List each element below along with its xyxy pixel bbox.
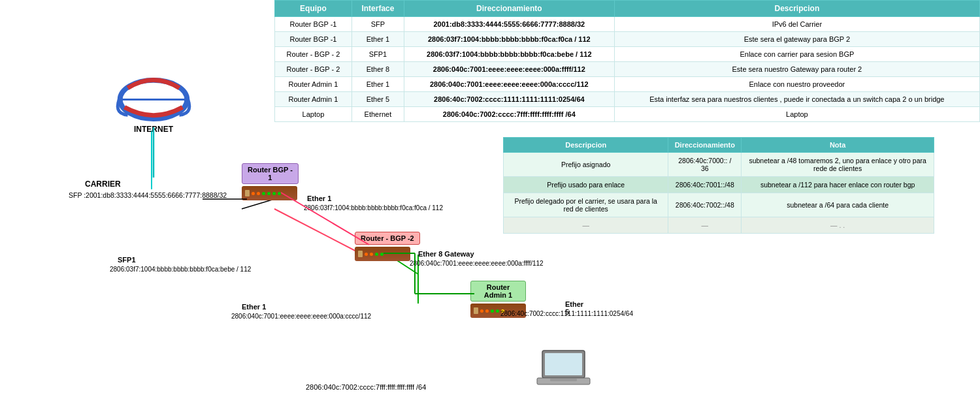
svg-line-1 xyxy=(242,199,274,209)
internet-cloud: INTERNET xyxy=(111,75,196,134)
second-table-row: Prefijo delegado por el carrier, se usar… xyxy=(504,193,934,217)
svg-rect-9 xyxy=(545,353,582,375)
second-table-row: Prefijo usado para enlace2806:40c:7001::… xyxy=(504,177,934,193)
second-cell-descripcion: Prefijo usado para enlace xyxy=(504,177,668,193)
ether1-admin-label: Ether 1 xyxy=(242,303,266,311)
router-bgp2: Router - BGP -2 xyxy=(355,232,420,261)
second-cell-direccionamiento: — xyxy=(668,217,742,234)
diagram-connections xyxy=(0,0,497,406)
second-cell-descripcion: — xyxy=(504,217,668,234)
second-cell-direccionamiento: 2806:40c:7002::/48 xyxy=(668,193,742,217)
cell-descripcion: Este sera nuestro Gateway para router 2 xyxy=(614,62,979,77)
second-table: Descripcion Direccionamiento Nota Prefij… xyxy=(503,137,934,234)
second-cell-direccionamiento: 2806:40c:7001::/48 xyxy=(668,177,742,193)
cell-descripcion: Enlace con carrier para sesion BGP xyxy=(614,47,979,62)
ether8-label: Ether 8 Gateway xyxy=(418,250,474,258)
ether1-bgp1-header: Ether 1 xyxy=(307,195,331,202)
internet-label: INTERNET xyxy=(134,125,173,134)
svg-rect-11 xyxy=(550,379,577,381)
svg-line-2 xyxy=(274,209,363,255)
sfp1-addr: 2806:03f7:1004:bbbb:bbbb:bbbb:f0ca:bebe … xyxy=(110,266,251,273)
laptop-addr: 2806:040c:7002:cccc:7fff:ffff:ffff:ffff … xyxy=(306,383,426,391)
ether1-bgp1-addr: 2806:03f7:1004:bbbb:bbbb:bbbb:f0ca:f0ca … xyxy=(304,204,443,211)
cell-descripcion: Laptop xyxy=(614,107,979,122)
second-cell-direccionamiento: 2806:40c:7000:: / 36 xyxy=(668,153,742,177)
col-header-descripcion: Descripcion xyxy=(614,1,979,17)
second-cell-nota: subnetear a /48 tomaremos 2, uno para en… xyxy=(742,153,934,177)
router-admin1-label: Router Admin 1 xyxy=(470,281,526,302)
carrier-label: CARRIER xyxy=(85,180,121,189)
laptop-icon xyxy=(536,349,591,393)
second-table-section: Descripcion Direccionamiento Nota Prefij… xyxy=(503,137,934,234)
sfp1-label: SFP1 xyxy=(118,256,136,264)
second-table-row: ——— . . xyxy=(504,217,934,234)
cell-descripcion: IPv6 del Carrier xyxy=(614,17,979,32)
cell-descripcion: Esta interfaz sera para nuestros cliente… xyxy=(614,92,979,107)
second-cell-descripcion: Prefijo asignado xyxy=(504,153,668,177)
second-table-row: Prefijo asignado2806:40c:7000:: / 36subn… xyxy=(504,153,934,177)
col2-header-descripcion: Descripcion xyxy=(504,138,668,153)
cloud-icon xyxy=(114,75,193,123)
second-cell-nota: subnetear a /64 para cada cliente xyxy=(742,193,934,217)
second-cell-descripcion: Prefijo delegado por el carrier, se usar… xyxy=(504,193,668,217)
carrier-sfp-label: SFP :2001:db8:3333:4444:5555:6666:7777:8… xyxy=(69,191,227,199)
laptop-svg xyxy=(536,349,591,392)
ether5-addr: 2806:40c:7002:cccc:1111:1111:1111:0254/6… xyxy=(500,310,633,317)
router-bgp2-label: Router - BGP -2 xyxy=(355,232,420,245)
cell-descripcion: Enlace con nuestro proveedor xyxy=(614,77,979,92)
router-bgp1: Router BGP -1 xyxy=(242,163,299,200)
connection-lines-svg xyxy=(0,0,497,406)
router-bgp1-label: Router BGP -1 xyxy=(242,163,299,184)
diagram: INTERNET CARRIER SFP :2001:db8:3333:4444… xyxy=(0,0,497,406)
ether1-admin-addr: 2806:040c:7001:eeee:eeee:eeee:000a:cccc/… xyxy=(231,313,371,320)
col2-header-direccionamiento: Direccionamiento xyxy=(668,138,742,153)
second-cell-nota: subnetear a /112 para hacer enlace con r… xyxy=(742,177,934,193)
second-cell-nota: — . . xyxy=(742,217,934,234)
ether8-addr: 2806:040c:7001:eeee:eeee:eeee:000a:ffff/… xyxy=(410,260,544,267)
cell-descripcion: Este sera el gateway para BGP 2 xyxy=(614,32,979,47)
col2-header-nota: Nota xyxy=(742,138,934,153)
